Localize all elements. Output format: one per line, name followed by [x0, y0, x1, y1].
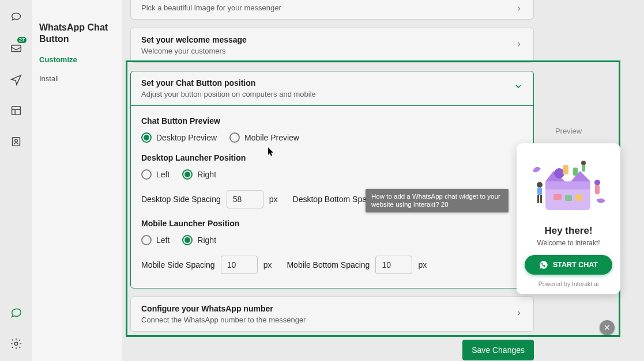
chat-icon[interactable]: [7, 303, 25, 322]
side-link-install[interactable]: Install: [39, 74, 113, 83]
preview-subtext: Welcome to interakt!: [525, 239, 612, 247]
card-position: Set your Chat Button position Adjust you…: [130, 71, 534, 288]
px-unit: px: [269, 195, 278, 204]
svg-rect-18: [595, 185, 600, 194]
preview-card: Hey there! Welcome to interakt! START CH…: [517, 143, 620, 294]
whatsapp-icon: [539, 260, 548, 269]
px-unit: px: [418, 260, 427, 269]
layout-icon[interactable]: [7, 101, 25, 120]
home-icon[interactable]: [7, 8, 25, 26]
chevron-right-icon: [515, 309, 523, 320]
svg-point-17: [594, 180, 600, 185]
settings-icon[interactable]: [7, 335, 25, 353]
side-title: WhatsApp Chat Button: [39, 22, 113, 45]
px-unit: px: [263, 260, 272, 269]
svg-point-3: [15, 139, 18, 142]
mobile-spacing-row: Mobile Side Spacing px Mobile Bottom Spa…: [141, 256, 523, 274]
mobile-launcher-row: Left Right: [141, 235, 523, 245]
preview-powered: Powered by Interakt.ai: [525, 280, 612, 287]
card-position-title: Set your Chat Button position: [141, 78, 523, 88]
mobile-launcher-label: Mobile Launcher Position: [141, 219, 523, 228]
preview-panel: Preview: [517, 127, 620, 294]
desktop-side-label: Desktop Side Spacing: [141, 195, 221, 204]
chevron-down-icon: [514, 82, 523, 93]
save-button[interactable]: Save Changes: [462, 340, 534, 360]
preview-heading: Hey there!: [525, 225, 612, 237]
preview-radio-row: Desktop Preview Mobile Preview: [141, 132, 523, 143]
card-number-sub: Connect the WhatsApp number to the messe…: [141, 316, 523, 324]
preview-illustration: [528, 154, 609, 217]
svg-point-13: [537, 182, 543, 188]
save-row: Save Changes: [130, 340, 534, 360]
mobile-side-input[interactable]: [221, 256, 258, 274]
svg-rect-8: [563, 165, 568, 174]
card-welcome-title: Set your welcome message: [141, 35, 523, 44]
close-button[interactable]: ✕: [600, 320, 615, 335]
card-image[interactable]: Pick a beautiful image for your messenge…: [130, 0, 534, 20]
radio-mobile-left[interactable]: Left: [141, 235, 170, 245]
card-welcome-sub: Welcome your customers: [141, 47, 523, 55]
mobile-side-label: Mobile Side Spacing: [141, 260, 215, 269]
svg-rect-20: [582, 165, 585, 172]
mobile-bottom-label: Mobile Bottom Spacing: [287, 260, 370, 269]
radio-desktop-preview[interactable]: Desktop Preview: [141, 132, 217, 143]
tooltip: How to add a WhatsApp chat widget to you…: [366, 189, 509, 212]
svg-rect-12: [575, 194, 582, 201]
side-panel: WhatsApp Chat Button Customize Install: [32, 0, 122, 361]
icon-rail: 27: [0, 0, 32, 361]
desktop-launcher-label: Desktop Launcher Position: [141, 153, 523, 162]
side-link-customize[interactable]: Customize: [39, 55, 113, 64]
desktop-side-input[interactable]: [227, 190, 263, 208]
contact-icon[interactable]: [7, 132, 25, 151]
card-welcome[interactable]: Set your welcome message Welcome your cu…: [130, 28, 534, 63]
preview-section-label: Chat Button Preview: [141, 116, 523, 126]
card-number-title: Configure your WhatsApp number: [141, 304, 523, 313]
start-chat-button[interactable]: START CHAT: [525, 255, 612, 275]
card-position-sub: Adjust your button position on computers…: [141, 90, 523, 98]
svg-rect-11: [565, 195, 572, 201]
svg-point-4: [14, 342, 18, 345]
radio-desktop-right[interactable]: Right: [182, 169, 216, 180]
svg-rect-10: [553, 194, 562, 200]
send-icon[interactable]: [7, 70, 25, 89]
svg-rect-16: [540, 195, 542, 203]
card-image-sub: Pick a beautiful image for your messenge…: [141, 3, 523, 12]
svg-rect-9: [573, 168, 578, 176]
radio-desktop-left[interactable]: Left: [141, 169, 170, 180]
inbox-badge: 27: [17, 37, 27, 43]
mobile-bottom-input[interactable]: [375, 256, 412, 274]
inbox-icon[interactable]: 27: [7, 39, 25, 58]
svg-rect-15: [537, 195, 539, 203]
card-position-header[interactable]: Set your Chat Button position Adjust you…: [131, 71, 533, 106]
preview-label: Preview: [517, 127, 620, 135]
svg-rect-14: [537, 187, 542, 195]
svg-rect-1: [12, 107, 21, 115]
card-number[interactable]: Configure your WhatsApp number Connect t…: [130, 297, 534, 332]
svg-point-19: [581, 161, 586, 165]
svg-rect-6: [545, 181, 590, 189]
chevron-right-icon: [515, 5, 523, 15]
radio-mobile-preview[interactable]: Mobile Preview: [229, 132, 299, 143]
start-chat-label: START CHAT: [553, 261, 598, 269]
chevron-right-icon: [515, 40, 523, 51]
radio-mobile-right[interactable]: Right: [182, 235, 216, 245]
desktop-launcher-row: Left Right: [141, 169, 523, 180]
